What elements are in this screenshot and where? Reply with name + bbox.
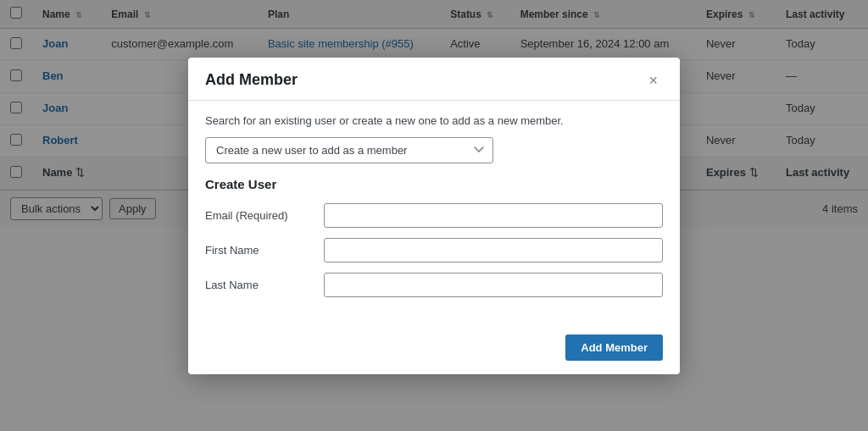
- modal-header: Add Member ×: [188, 58, 680, 101]
- last-name-input[interactable]: [324, 273, 663, 297]
- modal-close-button[interactable]: ×: [643, 71, 663, 90]
- modal-overlay: Add Member × Search for an existing user…: [0, 0, 868, 431]
- create-user-heading: Create User: [205, 177, 663, 191]
- first-name-label: First Name: [205, 244, 324, 257]
- modal-footer: Add Member: [188, 324, 680, 374]
- email-form-row: Email (Required): [205, 203, 663, 228]
- email-label: Email (Required): [205, 209, 324, 222]
- last-name-form-row: Last Name: [205, 273, 663, 297]
- modal-title: Add Member: [205, 71, 298, 89]
- email-input[interactable]: [324, 203, 663, 228]
- add-member-button[interactable]: Add Member: [565, 334, 663, 361]
- modal-body: Search for an existing user or create a …: [188, 101, 680, 324]
- first-name-input[interactable]: [324, 238, 663, 262]
- add-member-modal: Add Member × Search for an existing user…: [188, 58, 680, 374]
- modal-description: Search for an existing user or create a …: [205, 114, 663, 127]
- last-name-label: Last Name: [205, 279, 324, 291]
- user-search-select[interactable]: Create a new user to add as a member Sea…: [205, 137, 493, 163]
- first-name-form-row: First Name: [205, 238, 663, 262]
